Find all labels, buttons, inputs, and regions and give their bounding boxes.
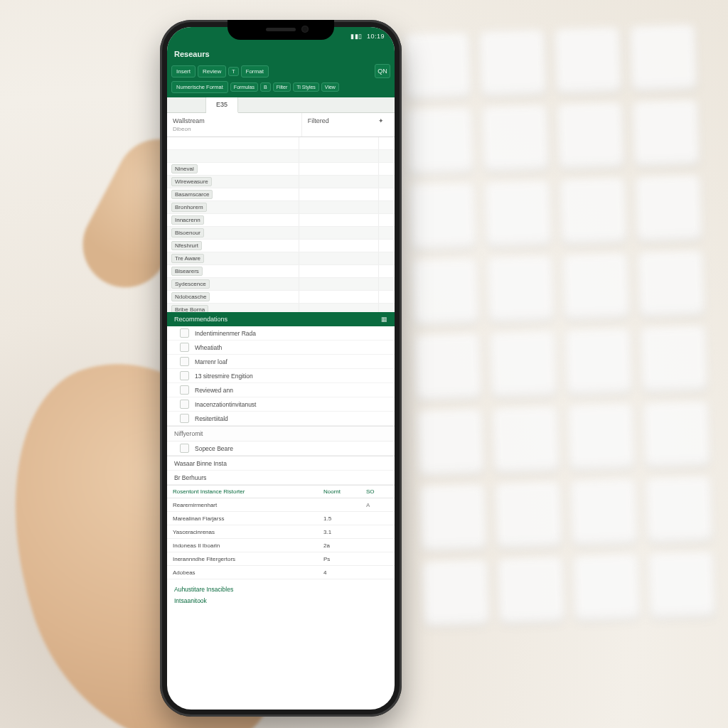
header-action-icon[interactable]: QN	[375, 64, 390, 78]
list-item[interactable]: Reviewed ann	[167, 383, 395, 397]
list-item[interactable]: Inacenzationtinvitanust	[167, 397, 395, 412]
grid-row: Ndobcasche	[167, 291, 395, 304]
table-row[interactable]: Inerannndhe FitergertorsPs	[167, 552, 395, 566]
footer-link[interactable]: Auhustitare Insacibles	[174, 584, 387, 595]
grid-icon[interactable]: ▦	[381, 316, 387, 323]
subsection-header: Niffyeromit	[167, 427, 395, 441]
star-icon[interactable]: ✦	[368, 113, 395, 136]
summary-header: Rosentont Instance Ristorter Noornt SO	[167, 486, 395, 498]
list-item[interactable]: Wheatiath	[167, 341, 395, 355]
cell-reference[interactable]: E35	[206, 97, 238, 113]
list-item[interactable]: Br Berhuurs	[167, 471, 395, 485]
tab-review[interactable]: Review	[198, 65, 226, 77]
tab-insert[interactable]: Insert	[171, 65, 196, 77]
cell-ref-bar: E35	[167, 97, 395, 113]
grid-row: Basamscarce	[167, 188, 395, 201]
table-row[interactable]: Adobeas4	[167, 566, 395, 579]
table-row[interactable]: RearemirmenhartA	[167, 498, 395, 512]
list-item[interactable]: Wasaar Binne Insta	[167, 456, 395, 471]
grid-row: Innacrenn	[167, 214, 395, 227]
col-header-2: Filtered	[302, 113, 368, 136]
footer-links: Auhustitare Insacibles Intsaanitook	[167, 579, 395, 623]
toolbar-secondary: Numerische Format Formulas B Filter Ti S…	[167, 81, 395, 97]
tab-bold[interactable]: B	[260, 82, 271, 92]
recommendations-list: Indentiminenmer Rada Wheatiath Marrenr l…	[167, 326, 395, 427]
tab-filter[interactable]: Filter	[273, 82, 291, 92]
col-header-1: Wallstream Dibeon	[167, 113, 302, 136]
phone-frame: ▮▮▯ 10:19 Reseaurs Insert Review T Forma…	[160, 20, 402, 717]
section-bar: Recommendations ▦	[167, 312, 395, 326]
grid-row: Sydescence	[167, 278, 395, 291]
summary-table: Rosentont Instance Ristorter Noornt SO R…	[167, 486, 395, 579]
grid-row: Nfeshrurt	[167, 240, 395, 252]
table-row[interactable]: Yasceracinrenas3.1	[167, 525, 395, 539]
table-row[interactable]: Indoneas II Iboarin2a	[167, 539, 395, 552]
tab-formulas[interactable]: Formulas	[230, 82, 258, 92]
grid-row: Bisoenour	[167, 227, 395, 240]
grid-row	[167, 150, 395, 163]
tab-t[interactable]: T	[228, 67, 238, 76]
tab-number-format[interactable]: Numerische Format	[171, 81, 228, 93]
grid-row: Bribe Borna	[167, 304, 395, 312]
list-item[interactable]: Marrenr loaf	[167, 355, 395, 369]
list-item[interactable]: Resitertiitald	[167, 412, 395, 426]
tab-styles[interactable]: Ti Styles	[293, 82, 319, 92]
column-headers: Wallstream Dibeon Filtered ✦	[167, 113, 395, 137]
spreadsheet-grid[interactable]: Nineval Wireweasure Basamscarce Bronhore…	[167, 137, 395, 312]
grid-row: Bisearers	[167, 265, 395, 278]
grid-row: Wireweasure	[167, 176, 395, 188]
subtab-blank[interactable]	[167, 97, 206, 112]
qn-icon: QN	[378, 68, 387, 75]
grid-row: Tre Aware	[167, 252, 395, 265]
status-time: 10:19	[367, 33, 385, 40]
footer-link[interactable]: Intsaanitook	[174, 595, 387, 606]
list-item[interactable]: Indentiminenmer Rada	[167, 326, 395, 341]
table-row[interactable]: Marealinan Fiarjarss1.5	[167, 512, 395, 525]
background-keyboard	[404, 23, 728, 702]
battery-icon: ▮▮▯	[350, 33, 363, 40]
toolbar-primary: Insert Review T Format QN	[167, 64, 395, 81]
tab-format[interactable]: Format	[241, 65, 269, 77]
app-header: Reseaurs Insert Review T Format QN Numer…	[167, 46, 395, 97]
list-item[interactable]: Sopece Beare	[167, 441, 395, 456]
list-2: Sopece Beare	[167, 441, 395, 456]
list-item[interactable]: 13 sitresmire Engition	[167, 369, 395, 383]
app-title: Reseaurs	[167, 46, 395, 64]
section-title: Recommendations	[174, 316, 228, 323]
grid-row	[167, 137, 395, 150]
grid-row: Nineval	[167, 163, 395, 176]
grid-row: Bronhorem	[167, 201, 395, 214]
phone-screen: ▮▮▯ 10:19 Reseaurs Insert Review T Forma…	[167, 27, 395, 710]
tab-view[interactable]: View	[321, 82, 339, 92]
phone-notch	[228, 20, 334, 40]
list-3: Wasaar Binne Insta Br Berhuurs	[167, 456, 395, 486]
